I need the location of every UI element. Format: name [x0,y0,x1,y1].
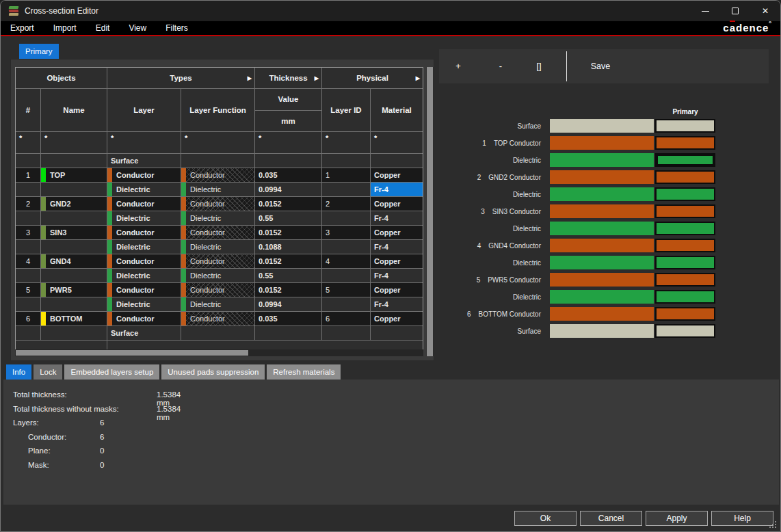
tab-refresh-materials[interactable]: Refresh materials [267,364,341,380]
cell-num[interactable]: 1 [16,168,41,183]
cell-layer[interactable]: Surface [107,326,181,341]
cell-thickness-value[interactable]: 0.035 [255,168,322,183]
cell-material[interactable]: Fr-4 [371,183,423,197]
cell-name[interactable] [41,154,107,168]
remove-layer-button[interactable]: - [487,49,514,83]
resize-grip[interactable] [768,520,778,529]
header-name[interactable]: Name [41,89,107,132]
cell-name[interactable]: GND2 [41,197,107,211]
cell-layer-function[interactable]: Dielectric [181,240,255,254]
cell-layer-id[interactable] [322,211,371,226]
cell-thickness-value[interactable]: 0.55 [255,211,322,226]
cell-layer-id[interactable]: 3 [322,226,371,240]
cell-thickness-value[interactable]: 0.0994 [255,183,322,197]
cell-layer[interactable]: Surface [107,154,181,168]
header-thickness[interactable]: Thickness▶ [255,68,322,89]
cell-material[interactable]: Copper [371,226,423,240]
maximize-button[interactable] [720,1,750,21]
cell-layer-function[interactable]: Dielectric [181,211,255,226]
table-horizontal-scrollbar[interactable] [15,349,423,356]
menu-export[interactable]: Export [1,21,44,35]
filter-cell-layer[interactable]: * [107,132,181,154]
cell-layer[interactable]: Dielectric [107,297,181,312]
stackup-bar-wide[interactable] [550,153,654,167]
cell-layer[interactable]: Conductor [107,254,181,269]
header-material[interactable]: Material [371,89,423,132]
expand-arrow-icon[interactable]: ▶ [315,75,319,81]
stackup-bar-primary[interactable] [655,256,715,269]
header-physical[interactable]: Physical▶ [322,68,423,89]
cell-layer-id[interactable]: 4 [322,254,371,269]
cell-layer-id[interactable] [322,154,371,168]
cell-name[interactable] [41,183,107,197]
cell-layer[interactable]: Dielectric [107,211,181,226]
cell-layer-function[interactable]: Dielectric [181,269,255,283]
cell-thickness-value[interactable] [255,154,322,168]
cell-layer-function[interactable] [181,154,255,168]
horizontal-scrollbar-thumb[interactable] [16,350,248,356]
cell-num[interactable] [16,326,41,341]
stackup-bar-primary[interactable] [655,324,715,338]
tab-unused-pads-suppression[interactable]: Unused pads suppression [161,364,265,380]
menu-view[interactable]: View [119,21,156,35]
cell-num[interactable]: 3 [16,226,41,240]
cell-material[interactable]: Copper [371,168,423,183]
menu-import[interactable]: Import [44,21,86,35]
cell-name[interactable] [41,326,107,341]
cell-material[interactable]: Fr-4 [371,240,423,254]
header-value[interactable]: Value [255,89,321,111]
cell-layer-function[interactable]: Conductor [181,168,255,183]
cell-layer[interactable]: Conductor [107,168,181,183]
cell-layer-id[interactable]: 2 [322,197,371,211]
header-types[interactable]: Types▶ [107,68,255,89]
cell-layer-function[interactable]: Conductor [181,283,255,297]
stackup-bar-wide[interactable] [550,222,654,235]
cell-layer-id[interactable] [322,297,371,312]
header-value-mm[interactable]: Value mm [255,89,322,132]
stackup-bar-wide[interactable] [550,204,654,218]
stackup-bar-primary[interactable] [655,153,715,167]
stackup-bar-primary[interactable] [655,187,715,201]
tab-primary[interactable]: Primary [19,44,59,59]
cell-layer[interactable]: Conductor [107,283,181,297]
cell-material[interactable]: Copper [371,312,423,326]
cell-name[interactable]: SIN3 [41,226,107,240]
cell-layer-id[interactable]: 1 [322,168,371,183]
cell-layer-function[interactable] [181,326,255,341]
menu-filters[interactable]: Filters [156,21,198,35]
cell-num[interactable] [16,154,41,168]
cell-num[interactable]: 2 [16,197,41,211]
cell-material[interactable] [371,326,423,341]
cell-name[interactable] [41,211,107,226]
header-layer-function[interactable]: Layer Function [181,89,255,132]
help-button[interactable]: Help [711,511,773,526]
cell-layer[interactable]: Conductor [107,197,181,211]
cell-layer-id[interactable] [322,240,371,254]
tab-embedded-layers-setup[interactable]: Embedded layers setup [64,364,159,380]
add-layer-button[interactable]: + [445,49,472,83]
stackup-bar-wide[interactable] [550,290,654,304]
menu-edit[interactable]: Edit [86,21,120,35]
tab-info[interactable]: Info [6,364,31,380]
header-layer[interactable]: Layer [107,89,181,132]
cell-layer[interactable]: Dielectric [107,240,181,254]
cell-material[interactable] [371,154,423,168]
cell-name[interactable] [41,269,107,283]
cell-layer-id[interactable]: 6 [322,312,371,326]
stackup-bar-wide[interactable] [550,273,654,287]
cell-layer-function[interactable]: Dielectric [181,297,255,312]
cell-layer-id[interactable] [322,326,371,341]
close-button[interactable]: ✕ [750,1,780,21]
cell-layer-function[interactable]: Conductor [181,226,255,240]
cell-material[interactable]: Fr-4 [371,297,423,312]
cell-name[interactable] [41,297,107,312]
cell-layer-function[interactable]: Conductor [181,254,255,269]
cell-name[interactable]: GND4 [41,254,107,269]
cell-thickness-value[interactable]: 0.1088 [255,240,322,254]
cell-layer-id[interactable] [322,269,371,283]
tab-lock[interactable]: Lock [34,364,62,380]
cell-thickness-value[interactable]: 0.0152 [255,254,322,269]
minimize-button[interactable] [690,1,720,21]
stackup-bar-wide[interactable] [550,256,654,269]
cell-thickness-value[interactable]: 0.0152 [255,197,322,211]
